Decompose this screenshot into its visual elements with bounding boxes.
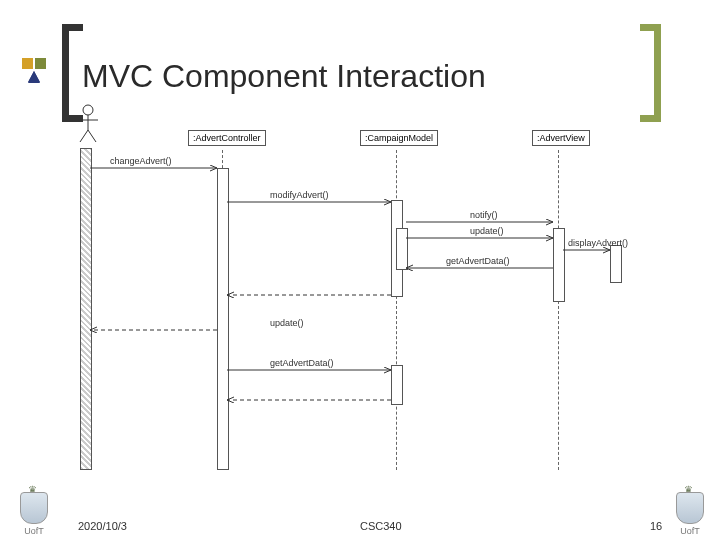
msg-update2: update() — [270, 318, 304, 328]
svg-marker-3 — [28, 71, 40, 83]
title-bracket-right-icon — [640, 24, 661, 122]
svg-rect-0 — [22, 58, 33, 69]
msg-notify: notify() — [470, 210, 498, 220]
logo-uoft-right: ♛ UofT — [676, 492, 704, 536]
slide-title: MVC Component Interaction — [82, 58, 486, 95]
msg-update: update() — [470, 226, 504, 236]
sequence-diagram: :AdvertController :CampaignModel :Advert… — [70, 110, 690, 480]
msg-modifyAdvert: modifyAdvert() — [270, 190, 329, 200]
footer-course: CSC340 — [360, 520, 402, 532]
msg-getAdvertData2: getAdvertData() — [270, 358, 334, 368]
shield-icon — [20, 492, 48, 524]
corner-bullet-icon — [22, 58, 48, 88]
logo-label: UofT — [20, 526, 48, 536]
msg-displayAdvert: displayAdvert() — [568, 238, 628, 248]
shield-icon — [676, 492, 704, 524]
msg-changeAdvert: changeAdvert() — [110, 156, 172, 166]
logo-label: UofT — [676, 526, 704, 536]
footer-page: 16 — [650, 520, 662, 532]
msg-getAdvertData: getAdvertData() — [446, 256, 510, 266]
logo-uoft-left: ♛ UofT — [20, 492, 48, 536]
footer-date: 2020/10/3 — [78, 520, 127, 532]
svg-rect-1 — [35, 58, 46, 69]
